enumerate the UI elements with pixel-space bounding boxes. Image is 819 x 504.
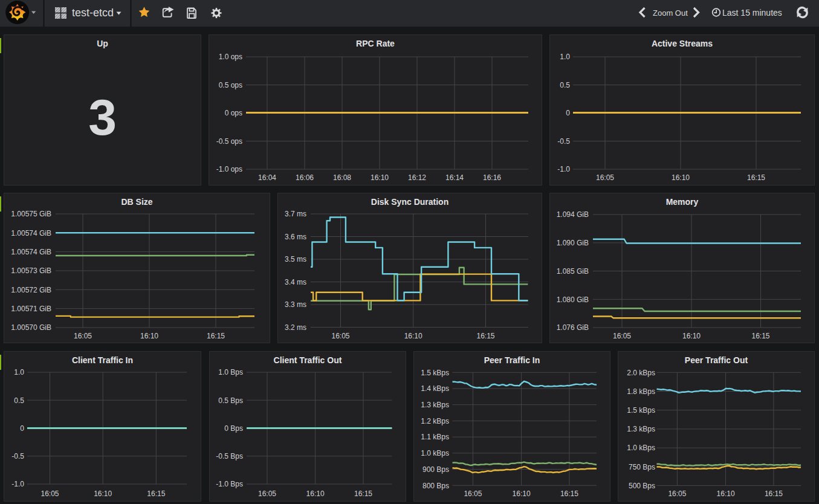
svg-text:-1.0: -1.0 [11,480,24,488]
svg-text:1.00574 GiB: 1.00574 GiB [11,229,51,237]
svg-text:-1.0 ops: -1.0 ops [216,165,242,173]
svg-text:3.3 ms: 3.3 ms [285,300,306,309]
svg-text:16:10: 16:10 [717,489,735,498]
svg-text:1.00573 GiB: 1.00573 GiB [11,267,51,275]
svg-text:16:10: 16:10 [94,489,112,498]
svg-text:16:15: 16:15 [147,489,165,498]
svg-text:16:04: 16:04 [258,173,276,182]
svg-text:16:10: 16:10 [140,332,158,340]
svg-text:16:15: 16:15 [751,332,769,340]
svg-text:16:10: 16:10 [682,332,701,340]
svg-text:1.00570 GiB: 1.00570 GiB [11,323,51,332]
svg-text:16:15: 16:15 [476,332,494,340]
svg-text:1.3 kBps: 1.3 kBps [421,401,449,409]
svg-text:16:05: 16:05 [668,489,686,498]
svg-text:16:05: 16:05 [331,332,349,340]
svg-text:-0.5: -0.5 [557,137,570,146]
svg-text:1.8 kBps: 1.8 kBps [627,387,655,396]
svg-text:Last 15 minutes: Last 15 minutes [722,8,782,18]
svg-text:16:06: 16:06 [296,173,314,182]
svg-text:16:05: 16:05 [40,489,59,498]
svg-text:1.2 kBps: 1.2 kBps [421,417,449,425]
svg-text:1.0: 1.0 [560,53,570,61]
svg-text:750 Bps: 750 Bps [629,463,655,471]
svg-text:2.0 kBps: 2.0 kBps [627,369,655,377]
svg-text:0.5 Bps: 0.5 Bps [218,396,243,405]
svg-text:0.5 ops: 0.5 ops [219,81,242,89]
svg-text:1.094 GiB: 1.094 GiB [557,210,589,219]
svg-text:0.5: 0.5 [14,396,24,405]
svg-text:-1.0: -1.0 [557,165,570,173]
svg-text:16:05: 16:05 [613,332,631,340]
svg-text:-0.5: -0.5 [11,452,24,460]
svg-text:Zoom Out: Zoom Out [653,8,688,18]
svg-text:16:05: 16:05 [464,489,482,498]
svg-text:16:10: 16:10 [404,332,422,340]
svg-text:3.2 ms: 3.2 ms [285,323,306,332]
svg-text:16:15: 16:15 [354,489,372,498]
svg-text:1.5 kBps: 1.5 kBps [421,369,449,377]
svg-text:0: 0 [20,424,24,433]
svg-text:3.7 ms: 3.7 ms [285,210,306,218]
svg-text:800 Bps: 800 Bps [422,482,449,490]
svg-text:1.080 GiB: 1.080 GiB [557,296,589,304]
svg-text:0.5: 0.5 [560,81,570,89]
svg-text:3.5 ms: 3.5 ms [285,255,306,263]
svg-text:16:05: 16:05 [74,332,92,340]
svg-text:0 Bps: 0 Bps [224,424,243,433]
svg-text:16:14: 16:14 [445,173,464,182]
svg-text:3.6 ms: 3.6 ms [285,233,306,241]
svg-text:-0.5 ops: -0.5 ops [216,137,242,146]
svg-text:16:10: 16:10 [513,489,531,498]
svg-text:900 Bps: 900 Bps [422,465,449,474]
svg-text:1.4 kBps: 1.4 kBps [421,384,449,393]
svg-text:1.0 Bps: 1.0 Bps [218,368,243,376]
svg-text:16:15: 16:15 [747,173,765,182]
svg-text:1.0 kBps: 1.0 kBps [627,444,655,452]
svg-text:16:05: 16:05 [596,173,614,182]
svg-text:1.00572 GiB: 1.00572 GiB [11,286,51,294]
svg-text:1.00571 GiB: 1.00571 GiB [11,305,51,313]
svg-text:1.00574 GiB: 1.00574 GiB [11,248,51,256]
svg-text:test-etcd: test-etcd [72,7,114,19]
svg-text:0: 0 [566,109,570,117]
svg-text:16:12: 16:12 [408,173,426,182]
svg-text:1.076 GiB: 1.076 GiB [557,323,589,332]
svg-text:16:15: 16:15 [765,489,783,498]
svg-text:16:15: 16:15 [207,332,225,340]
svg-text:16:08: 16:08 [333,173,351,182]
svg-text:16:15: 16:15 [560,489,578,498]
svg-text:1.1 kBps: 1.1 kBps [421,433,449,441]
svg-text:1.0 ops: 1.0 ops [219,53,242,61]
svg-text:16:10: 16:10 [672,173,690,182]
svg-text:1.00575 GiB: 1.00575 GiB [11,210,51,218]
svg-text:16:10: 16:10 [306,489,325,498]
svg-text:1.3 kBps: 1.3 kBps [627,425,655,433]
svg-text:-0.5 Bps: -0.5 Bps [216,452,243,460]
svg-text:16:05: 16:05 [258,489,276,498]
svg-text:500 Bps: 500 Bps [629,482,655,490]
svg-text:0 ops: 0 ops [225,109,242,117]
svg-text:1.090 GiB: 1.090 GiB [557,239,589,247]
svg-text:1.0: 1.0 [14,368,24,376]
svg-text:-1.0 Bps: -1.0 Bps [216,480,243,488]
svg-text:1.085 GiB: 1.085 GiB [557,267,589,276]
svg-text:1.5 kBps: 1.5 kBps [627,406,655,415]
svg-text:1.0 kBps: 1.0 kBps [421,449,449,457]
svg-text:16:16: 16:16 [483,173,501,182]
svg-text:3.4 ms: 3.4 ms [285,278,306,286]
svg-text:16:10: 16:10 [371,173,389,182]
